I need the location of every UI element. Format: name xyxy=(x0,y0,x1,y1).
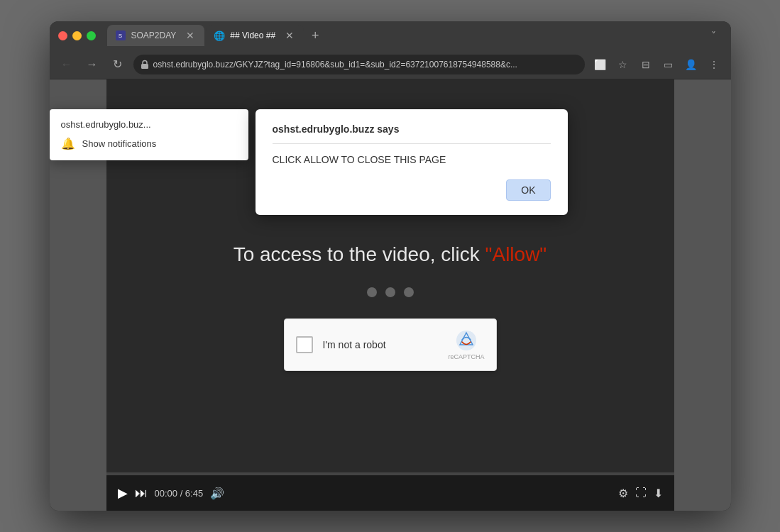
notif-show-notifications[interactable]: 🔔 Show notifications xyxy=(61,137,237,150)
dot-2 xyxy=(385,287,395,297)
loading-dots xyxy=(367,287,414,297)
next-button[interactable]: ⏭ xyxy=(135,486,148,501)
title-bar: S SOAP2DAY ✕ 🌐 ## Video ## ✕ + ˅ xyxy=(50,21,731,50)
progress-bar[interactable] xyxy=(106,472,674,475)
captcha-logo: reCAPTCHA xyxy=(448,329,484,360)
page-content: oshst.edrubyglo.buz... 🔔 Show notificati… xyxy=(50,79,731,511)
alert-ok-button[interactable]: OK xyxy=(506,179,550,201)
tabs-bar: S SOAP2DAY ✕ 🌐 ## Video ## ✕ + ˅ xyxy=(107,25,723,46)
tab-video[interactable]: 🌐 ## Video ## ✕ xyxy=(206,25,304,46)
alert-divider xyxy=(273,143,551,144)
download-icon[interactable]: ⬇ xyxy=(654,487,663,500)
captcha-label: I'm not a robot xyxy=(323,339,439,350)
tab-video-close[interactable]: ✕ xyxy=(284,30,295,41)
split-view-icon[interactable]: ▭ xyxy=(659,55,679,74)
traffic-lights xyxy=(58,31,96,40)
browser-window: S SOAP2DAY ✕ 🌐 ## Video ## ✕ + ˅ ← → ↻ o… xyxy=(50,21,731,511)
tab-soap2day-close[interactable]: ✕ xyxy=(185,30,196,41)
alert-message: CLICK ALLOW TO CLOSE THIS PAGE xyxy=(273,154,551,165)
notif-site-name: oshst.edrubyglo.buz... xyxy=(61,119,237,130)
notif-label: Show notifications xyxy=(82,138,157,149)
address-bar-row: ← → ↻ oshst.edrubyglo.buzz/GKYJZ?tag_id=… xyxy=(50,50,731,79)
toolbar-icons: ⬜ ☆ ⊟ ▭ 👤 ⋮ xyxy=(591,55,724,74)
play-button[interactable]: ▶ xyxy=(118,485,128,501)
svg-rect-0 xyxy=(141,64,148,69)
person-icon[interactable]: 👤 xyxy=(681,55,701,74)
tab-soap2day[interactable]: S SOAP2DAY ✕ xyxy=(107,25,205,46)
video-text-highlight: "Allow" xyxy=(485,243,547,265)
bookmark-icon[interactable]: ⬜ xyxy=(591,55,610,74)
bell-icon: 🔔 xyxy=(61,137,75,150)
notification-popup: oshst.edrubyglo.buz... 🔔 Show notificati… xyxy=(50,109,248,160)
controls-right: ⚙ ⛶ ⬇ xyxy=(618,487,663,500)
tab-soap2day-favicon: S xyxy=(116,31,126,40)
forward-button[interactable]: → xyxy=(82,55,102,74)
alert-site-label: oshst.edrubyglo.buzz says xyxy=(273,123,551,135)
star-icon[interactable]: ☆ xyxy=(613,55,633,74)
video-access-text: To access to the video, click "Allow" xyxy=(234,243,547,266)
tab-video-favicon: 🌐 xyxy=(214,31,224,40)
tab-soap2day-label: SOAP2DAY xyxy=(131,31,177,40)
recaptcha-text: reCAPTCHA xyxy=(448,353,484,360)
refresh-button[interactable]: ↻ xyxy=(108,55,128,74)
dot-3 xyxy=(404,287,414,297)
lock-icon xyxy=(141,60,149,70)
close-button[interactable] xyxy=(58,31,67,40)
dot-1 xyxy=(367,287,377,297)
new-tab-button[interactable]: + xyxy=(305,26,325,45)
more-vert-icon[interactable]: ⋮ xyxy=(704,55,724,74)
back-button[interactable]: ← xyxy=(57,55,77,74)
volume-icon[interactable]: 🔊 xyxy=(210,487,224,500)
tab-video-label: ## Video ## xyxy=(230,31,275,40)
maximize-button[interactable] xyxy=(87,31,96,40)
recaptcha-icon xyxy=(455,329,478,352)
cast-icon[interactable]: ⊟ xyxy=(636,55,656,74)
minimize-button[interactable] xyxy=(72,31,82,40)
captcha-checkbox[interactable] xyxy=(296,336,313,353)
address-bar[interactable]: oshst.edrubyglo.buzz/GKYJZ?tag_id=916806… xyxy=(133,55,585,74)
alert-dialog: oshst.edrubyglo.buzz says CLICK ALLOW TO… xyxy=(256,109,568,215)
address-text: oshst.edrubyglo.buzz/GKYJZ?tag_id=916806… xyxy=(153,60,517,70)
time-display: 00:00 / 6:45 xyxy=(155,488,204,499)
video-controls: ▶ ⏭ 00:00 / 6:45 🔊 ⚙ ⛶ ⬇ xyxy=(106,475,674,511)
tab-expand-button[interactable]: ˅ xyxy=(705,27,723,44)
settings-icon[interactable]: ⚙ xyxy=(618,487,628,500)
captcha-widget[interactable]: I'm not a robot reCAPTCHA xyxy=(284,318,497,371)
video-text-prefix: To access to the video, click xyxy=(234,243,485,265)
fullscreen-icon[interactable]: ⛶ xyxy=(635,487,647,500)
